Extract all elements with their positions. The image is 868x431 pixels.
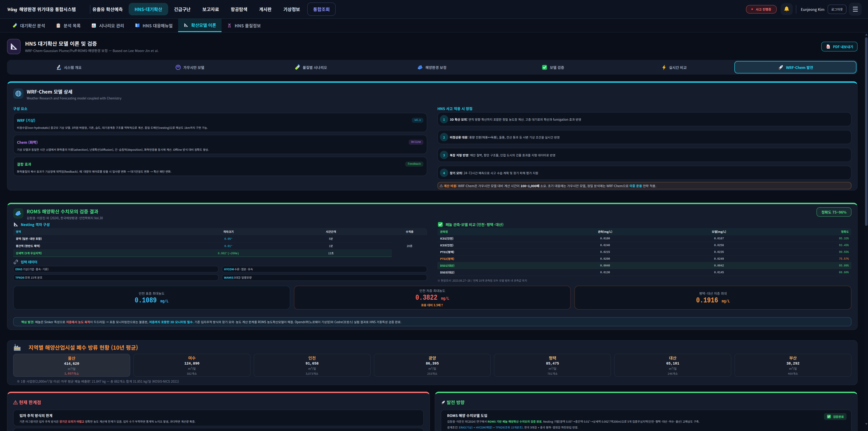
svg-text:PDF: PDF [827, 46, 829, 48]
